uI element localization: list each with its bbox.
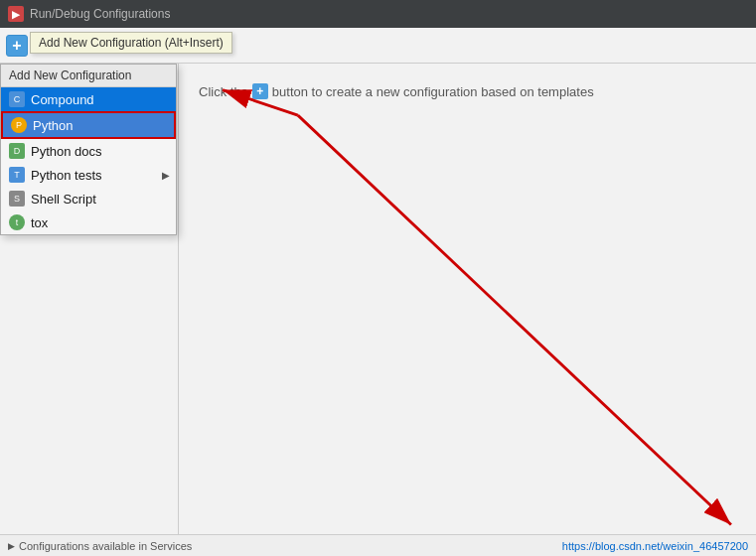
dialog: + Add New Configuration (Alt+Insert) Add… bbox=[0, 28, 756, 556]
shell-script-label: Shell Script bbox=[31, 192, 96, 207]
add-button-tooltip: Add New Configuration (Alt+Insert) bbox=[30, 32, 232, 54]
python-icon: P bbox=[11, 117, 27, 133]
python-tests-icon: T bbox=[9, 167, 25, 183]
tox-label: tox bbox=[31, 215, 48, 230]
content-area: Add New Configuration C Compound P Pytho… bbox=[0, 64, 756, 534]
title-bar: ▶ Run/Debug Configurations bbox=[0, 0, 756, 28]
instruction-prefix: Click the bbox=[199, 84, 248, 99]
dialog-title: Run/Debug Configurations bbox=[30, 7, 170, 21]
services-bar: ▶ Configurations available in Services bbox=[8, 540, 192, 552]
add-configuration-dropdown: Add New Configuration C Compound P Pytho… bbox=[0, 64, 177, 235]
app-icon: ▶ bbox=[8, 6, 24, 22]
compound-icon: C bbox=[9, 91, 25, 107]
submenu-arrow: ▶ bbox=[162, 170, 170, 181]
services-triangle: ▶ bbox=[8, 541, 15, 551]
url-label: https://blog.csdn.net/weixin_46457200 bbox=[562, 540, 748, 552]
python-docs-icon: D bbox=[9, 143, 25, 159]
menu-item-tox[interactable]: t tox bbox=[1, 210, 176, 234]
dropdown-header: Add New Configuration bbox=[1, 65, 176, 87]
python-label: Python bbox=[33, 118, 73, 133]
menu-item-compound[interactable]: C Compound bbox=[1, 87, 176, 111]
menu-item-python-docs[interactable]: D Python docs bbox=[1, 139, 176, 163]
shell-icon: S bbox=[9, 191, 25, 207]
add-new-configuration-button[interactable]: + bbox=[6, 35, 28, 57]
services-label: Configurations available in Services bbox=[19, 540, 192, 552]
python-tests-label: Python tests bbox=[31, 168, 102, 183]
menu-item-python[interactable]: P Python bbox=[1, 111, 176, 139]
left-panel: Add New Configuration C Compound P Pytho… bbox=[0, 64, 179, 534]
instruction-text: Click the + button to create a new confi… bbox=[199, 83, 736, 99]
python-docs-label: Python docs bbox=[31, 144, 102, 159]
svg-line-1 bbox=[298, 115, 731, 524]
right-panel: Click the + button to create a new confi… bbox=[179, 64, 756, 534]
menu-item-shell-script[interactable]: S Shell Script bbox=[1, 187, 176, 210]
instruction-suffix: button to create a new configuration bas… bbox=[272, 84, 594, 99]
tox-icon: t bbox=[9, 214, 25, 230]
compound-label: Compound bbox=[31, 92, 94, 107]
annotation-arrow bbox=[179, 64, 756, 534]
menu-item-python-tests[interactable]: T Python tests ▶ bbox=[1, 163, 176, 187]
plus-icon-inline: + bbox=[252, 83, 268, 99]
toolbar: + Add New Configuration (Alt+Insert) bbox=[0, 28, 756, 64]
status-bar: ▶ Configurations available in Services h… bbox=[0, 534, 756, 556]
